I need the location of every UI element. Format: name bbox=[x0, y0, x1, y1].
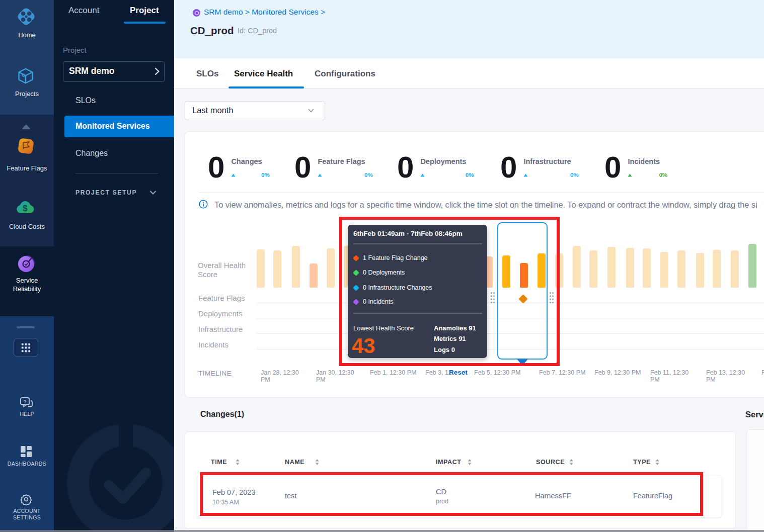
svg-text:$: $ bbox=[23, 204, 28, 213]
svg-text:?: ? bbox=[24, 399, 27, 404]
